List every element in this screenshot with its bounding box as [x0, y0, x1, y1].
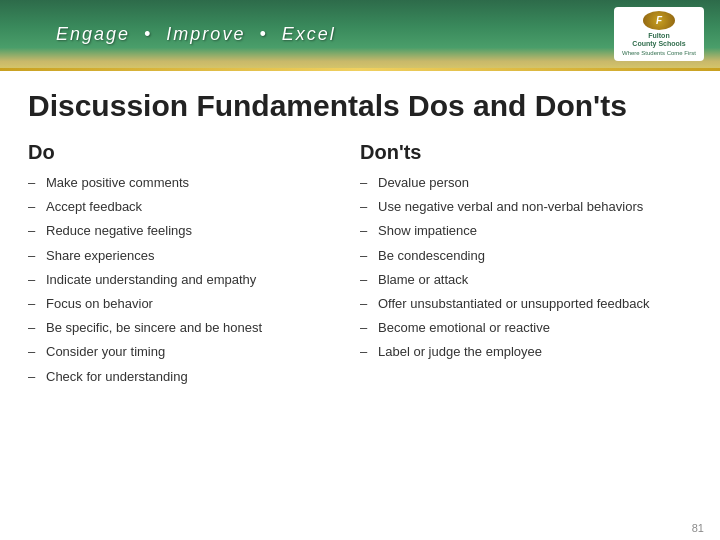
item-text: Use negative verbal and non-verbal behav…: [378, 198, 672, 216]
donts-list-item: –Blame or attack: [360, 271, 672, 289]
item-text: Make positive comments: [46, 174, 340, 192]
donts-list-item: –Devalue person: [360, 174, 672, 192]
dash: –: [28, 271, 42, 289]
dash: –: [28, 343, 42, 361]
donts-list-item: –Use negative verbal and non-verbal beha…: [360, 198, 672, 216]
item-text: Reduce negative feelings: [46, 222, 340, 240]
do-list-item: –Consider your timing: [28, 343, 340, 361]
item-text: Indicate understanding and empathy: [46, 271, 340, 289]
do-list-item: –Focus on behavior: [28, 295, 340, 313]
donts-column: Don'ts –Devalue person–Use negative verb…: [360, 141, 692, 392]
dash: –: [360, 271, 374, 289]
item-text: Show impatience: [378, 222, 672, 240]
do-list-item: –Indicate understanding and empathy: [28, 271, 340, 289]
dash: –: [28, 247, 42, 265]
dash: –: [28, 198, 42, 216]
dash: –: [28, 295, 42, 313]
dash: –: [360, 198, 374, 216]
item-text: Check for understanding: [46, 368, 340, 386]
do-column: Do –Make positive comments–Accept feedba…: [28, 141, 360, 392]
page-number: 81: [692, 522, 704, 534]
header-tagline: Engage • Improve • Excel: [56, 24, 336, 45]
dash: –: [360, 174, 374, 192]
item-text: Focus on behavior: [46, 295, 340, 313]
dash: –: [360, 222, 374, 240]
donts-list: –Devalue person–Use negative verbal and …: [360, 174, 672, 362]
item-text: Become emotional or reactive: [378, 319, 672, 337]
dash: –: [28, 174, 42, 192]
item-text: Devalue person: [378, 174, 672, 192]
dash: –: [360, 319, 374, 337]
main-content: Discussion Fundamentals Dos and Don'ts D…: [0, 71, 720, 402]
header-banner: Engage • Improve • Excel F FultonCounty …: [0, 0, 720, 68]
item-text: Be specific, be sincere and be honest: [46, 319, 340, 337]
dash: –: [28, 222, 42, 240]
logo-text: FultonCounty SchoolsWhere Students Come …: [622, 32, 696, 57]
logo: F FultonCounty SchoolsWhere Students Com…: [614, 7, 704, 61]
donts-list-item: –Label or judge the employee: [360, 343, 672, 361]
item-text: Be condescending: [378, 247, 672, 265]
dash: –: [28, 319, 42, 337]
item-text: Blame or attack: [378, 271, 672, 289]
item-text: Consider your timing: [46, 343, 340, 361]
dash: –: [28, 368, 42, 386]
item-text: Label or judge the employee: [378, 343, 672, 361]
dash: –: [360, 343, 374, 361]
page-title: Discussion Fundamentals Dos and Don'ts: [28, 89, 692, 123]
do-list-item: –Check for understanding: [28, 368, 340, 386]
do-list-item: –Share experiences: [28, 247, 340, 265]
donts-list-item: –Offer unsubstantiated or unsupported fe…: [360, 295, 672, 313]
donts-list-item: –Show impatience: [360, 222, 672, 240]
do-list-item: –Accept feedback: [28, 198, 340, 216]
dash: –: [360, 295, 374, 313]
do-list-item: –Make positive comments: [28, 174, 340, 192]
do-list-item: –Be specific, be sincere and be honest: [28, 319, 340, 337]
item-text: Offer unsubstantiated or unsupported fee…: [378, 295, 672, 313]
logo-circle: F: [643, 11, 675, 30]
do-header: Do: [28, 141, 340, 164]
do-list-item: –Reduce negative feelings: [28, 222, 340, 240]
do-list: –Make positive comments–Accept feedback–…: [28, 174, 340, 386]
donts-list-item: –Become emotional or reactive: [360, 319, 672, 337]
donts-header: Don'ts: [360, 141, 672, 164]
item-text: Accept feedback: [46, 198, 340, 216]
dash: –: [360, 247, 374, 265]
donts-list-item: –Be condescending: [360, 247, 672, 265]
item-text: Share experiences: [46, 247, 340, 265]
two-columns: Do –Make positive comments–Accept feedba…: [28, 141, 692, 392]
